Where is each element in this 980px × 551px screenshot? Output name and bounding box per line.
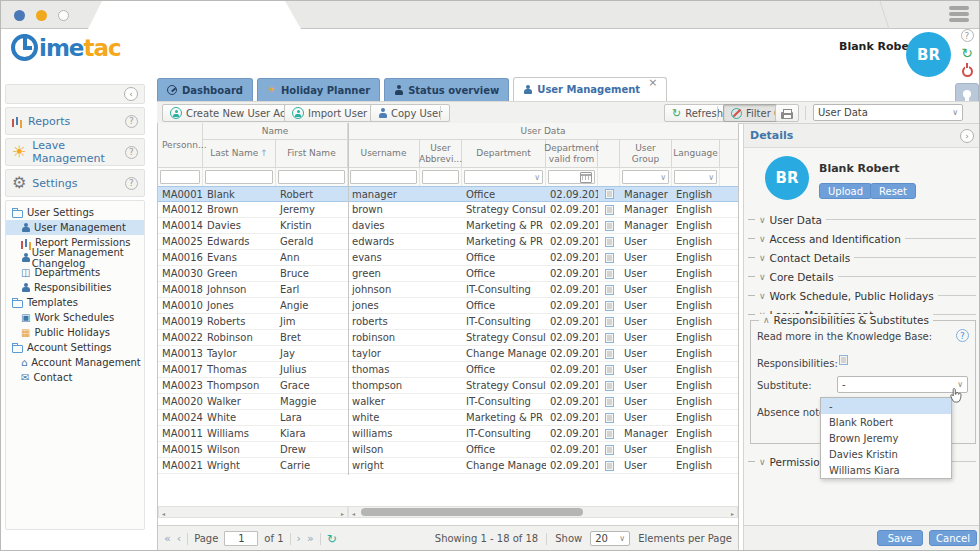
department-history-icon[interactable] [605,397,614,407]
window-dot-yellow-icon[interactable] [36,10,47,21]
prev-page-button[interactable]: ‹ [177,532,181,545]
department-history-icon[interactable] [605,365,614,375]
help-icon[interactable]: ? [125,115,138,128]
department-history-icon[interactable] [605,253,614,263]
refresh-icon[interactable]: ↻ [961,46,973,60]
dropdown-option[interactable]: - [821,398,951,414]
table-row[interactable]: MA0001BlankRobertmanagerOffice02.09.2016… [158,186,738,202]
column-header-history[interactable] [598,140,620,168]
tab-dashboard[interactable]: Dashboard [157,78,253,101]
tab-status-overview[interactable]: Status overview [384,78,509,101]
column-header-last-name[interactable]: Last Name↑ [203,140,276,168]
sidebar-item-templates[interactable]: Templates [6,295,144,310]
department-history-icon[interactable] [605,429,614,439]
table-row[interactable]: MA0030GreenBrucegreenOffice02.09.2016Use… [158,266,738,282]
column-header-personnel[interactable]: Personn... [158,123,203,168]
department-history-icon[interactable] [605,301,614,311]
department-history-icon[interactable] [605,317,614,327]
sidebar-collapse-button[interactable]: ‹ [124,87,138,101]
table-row[interactable]: MA0023ThompsonGracethompsonStrategy Cons… [158,378,738,394]
department-history-icon[interactable] [605,285,614,295]
table-row[interactable]: MA0012BrownJeremybrownStrategy Consultin… [158,202,738,218]
table-row[interactable]: MA0019RobertsJimrobertsIT-Consulting02.0… [158,314,738,330]
sidebar-section-reports[interactable]: Reports? [5,107,145,135]
table-row[interactable]: MA0011WilliamsKiarawilliamsIT-Consulting… [158,426,738,442]
table-row[interactable]: MA0018JohnsonEarljohnsonIT-Consulting02.… [158,282,738,298]
column-header-language[interactable]: Language [672,140,720,168]
filter-date-input[interactable] [548,170,595,184]
dropdown-option[interactable]: Davies Kristin [821,446,951,462]
cancel-button[interactable]: Cancel [929,530,977,546]
section-contact-details[interactable]: ∨Contact Details [748,248,976,267]
knowledge-help-icon[interactable]: ? [956,329,969,342]
right-scrollbar[interactable]: ◂▸ [348,506,738,518]
tab-close-icon[interactable]: × [648,78,657,88]
page-number-input[interactable] [224,531,258,546]
sidebar-item-responsibilities[interactable]: Responsibilities [6,280,144,295]
table-row[interactable]: MA0024WhiteLarawhiteMarketing & PR02.09.… [158,410,738,426]
sidebar-item-user-management-changelog[interactable]: User Management Changelog [6,250,144,265]
sidebar-item-account-settings[interactable]: Account Settings [6,340,144,355]
scrollbar-thumb[interactable] [361,508,583,516]
department-history-icon[interactable] [605,269,614,279]
table-row[interactable]: MA0022RobinsonBretrobinsonStrategy Consu… [158,330,738,346]
sidebar-item-user-settings[interactable]: User Settings [6,205,144,220]
logout-power-icon[interactable] [962,66,973,77]
department-history-icon[interactable] [605,237,614,247]
table-row[interactable]: MA0010JonesAngiejonesOffice02.09.2016Use… [158,298,738,314]
browser-menu-icon[interactable] [949,6,969,22]
details-expand-button[interactable]: › [960,129,974,143]
tab-user-management[interactable]: User Management× [513,77,667,101]
refresh-button[interactable]: ↻ Refresh [664,104,731,122]
copy-user-button[interactable]: Copy User [370,104,450,122]
first-page-button[interactable]: « [164,532,171,545]
sidebar-item-contact[interactable]: ✉Contact [6,370,144,385]
table-row[interactable]: MA0021WrightCarriewrightChange Managemen… [158,458,738,474]
dropdown-option[interactable]: Brown Jeremy [821,430,951,446]
dropdown-option[interactable]: Blank Robert [821,414,951,430]
department-history-icon[interactable] [605,189,614,199]
calendar-icon[interactable] [580,172,592,183]
sidebar-item-public-holidays[interactable]: ▦Public Holidays [6,325,144,340]
table-row[interactable]: MA0025EdwardsGeraldedwardsMarketing & PR… [158,234,738,250]
filter-select[interactable]: ∨ [622,170,669,184]
browser-tab-shape[interactable] [88,1,301,29]
table-row[interactable]: MA0017ThomasJuliusthomasOffice02.09.2016… [158,362,738,378]
left-scrollbar[interactable]: ◂▸ [158,506,348,518]
table-row[interactable]: MA0020WalkerMaggiewalkerIT-Consulting02.… [158,394,738,410]
filter-input[interactable] [205,170,273,184]
filter-input[interactable] [422,170,459,184]
filter-select[interactable]: ∨ [464,170,543,184]
sidebar-section-settings[interactable]: ⚙Settings? [5,169,145,197]
filter-input[interactable] [278,170,345,184]
responsibilities-grid-icon[interactable] [839,355,848,365]
view-mode-select[interactable]: User Data ∨ [813,104,963,121]
help-icon[interactable]: ? [125,177,138,190]
department-history-icon[interactable] [605,381,614,391]
save-button[interactable]: Save [877,530,923,546]
responsibilities-section-header[interactable]: ∧ Responsibilities & Substitutes [759,314,933,326]
section-work-schedule-public-holidays[interactable]: ∨Work Schedule, Public Holidays [748,286,976,305]
department-history-icon[interactable] [605,205,614,215]
last-page-button[interactable]: » [307,532,314,545]
department-history-icon[interactable] [605,333,614,343]
column-header-username[interactable]: Username [348,140,420,168]
column-header-department[interactable]: Department [462,140,546,168]
table-row[interactable]: MA0015WilsonDrewwilsonOffice02.09.2016Us… [158,442,738,458]
department-history-icon[interactable] [605,413,614,423]
section-access-and-identification[interactable]: ∨Access and Identification [748,229,976,248]
next-page-button[interactable]: › [297,532,301,545]
sidebar-item-account-management[interactable]: ⌂Account Management [6,355,144,370]
print-button[interactable] [775,104,799,122]
column-header-user-abbrevi-[interactable]: User Abbrevi... [420,140,462,168]
window-dot-blue-icon[interactable] [14,10,25,21]
section-core-details[interactable]: ∨Core Details [748,267,976,286]
sidebar-section-leave-management[interactable]: ☀Leave Management? [5,138,145,166]
upload-button[interactable]: Upload [819,183,872,199]
column-header-user-group[interactable]: User Group [620,140,672,168]
page-size-select[interactable]: 20 ∨ [590,531,630,546]
table-row[interactable]: MA0013TaylorJaytaylorChange Management02… [158,346,738,362]
section-user-data[interactable]: ∨User Data [748,210,976,229]
reload-icon[interactable]: ↻ [327,533,337,545]
reset-button[interactable]: Reset [870,183,916,199]
